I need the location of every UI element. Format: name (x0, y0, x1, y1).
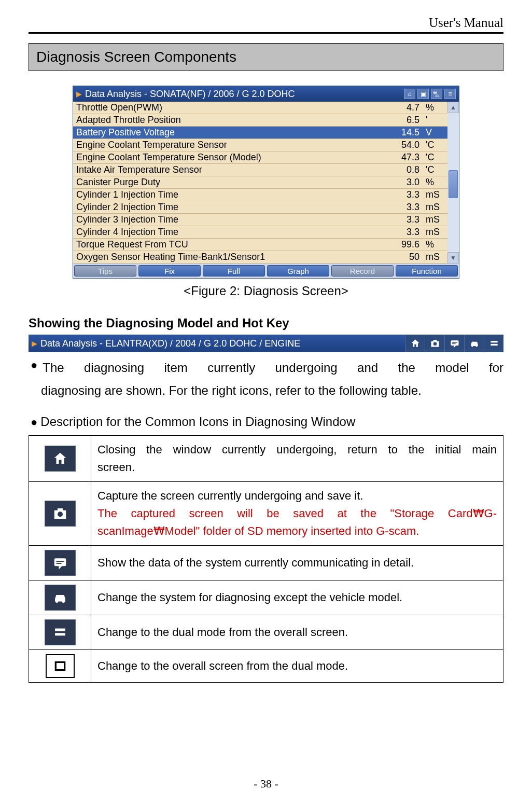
hotkey-chat-icon[interactable] (444, 335, 464, 352)
hotkey-home-icon[interactable] (405, 335, 425, 352)
row-value: 3.3 (386, 214, 423, 226)
row-unit: ' (423, 114, 447, 126)
desc-line: Show the data of the system currently co… (97, 554, 497, 572)
bullet-dot-icon-2: ● (31, 414, 37, 430)
function-button[interactable]: Function (396, 265, 458, 276)
row-value: 6.5 (386, 114, 423, 126)
svg-point-16 (55, 600, 58, 603)
row-label: Battery Positive Voltage (73, 127, 386, 139)
svg-rect-20 (55, 662, 64, 670)
data-row[interactable]: Torque Request From TCU99.6% (73, 239, 447, 251)
svg-rect-1 (433, 340, 437, 341)
data-row[interactable]: Cylinder 3 Injection Time3.3mS (73, 214, 447, 226)
scroll-up-icon[interactable]: ▲ (447, 102, 459, 113)
scroll-track[interactable] (447, 113, 459, 252)
scroll-thumb[interactable] (449, 170, 458, 198)
scroll-down-icon[interactable]: ▼ (447, 252, 459, 264)
row-unit: 'C (423, 139, 447, 151)
row-unit: 'C (423, 151, 447, 163)
row-unit: V (423, 127, 447, 139)
chat-icon (45, 550, 76, 576)
row-unit: mS (423, 226, 447, 238)
hotkey-camera-icon[interactable] (425, 335, 444, 352)
bullet-1-text: The diagnosing item currently undergoing… (43, 357, 503, 378)
row-value: 3.3 (386, 226, 423, 238)
desc-line: The captured screen will be saved at the… (97, 505, 497, 522)
bullet-1: ● The diagnosing item currently undergoi… (29, 357, 503, 378)
hotkey-car-icon[interactable] (464, 335, 484, 352)
icon-table-row: Show the data of the system currently co… (29, 546, 503, 580)
triangle-icon: ▶ (76, 90, 82, 98)
triangle-icon-2: ▶ (32, 339, 37, 348)
icon-description: Closing the window currently undergoing,… (91, 436, 503, 482)
desc-line: Change to the dual mode from the overall… (97, 624, 497, 641)
row-value: 99.6 (386, 239, 423, 251)
button-row: TipsFixFullGraphRecordFunction (73, 264, 459, 278)
record-button[interactable]: Record (331, 265, 394, 276)
svg-point-6 (471, 345, 473, 347)
icon-description: Show the data of the system currently co… (91, 546, 503, 580)
row-unit: mS (423, 189, 447, 201)
svg-rect-15 (56, 563, 61, 564)
section-title: Diagnosis Screen Components (29, 43, 503, 71)
icon-cell (29, 650, 91, 683)
row-unit: mS (423, 214, 447, 226)
fix-button[interactable]: Fix (138, 265, 201, 276)
data-row[interactable]: Cylinder 4 Injection Time3.3mS (73, 226, 447, 239)
data-row[interactable]: Cylinder 1 Injection Time3.3mS (73, 189, 447, 201)
diagnosis-panel: ▶ Data Analysis - SONATA(NF) / 2006 / G … (73, 86, 459, 279)
tb-dual-icon[interactable]: ≡ (444, 89, 456, 99)
row-unit: 'C (423, 164, 447, 176)
data-row[interactable]: Cylinder 2 Injection Time3.3mS (73, 201, 447, 214)
bullet-1-cont: diagnosing are shown. For the right icon… (29, 380, 503, 401)
row-value: 54.0 (386, 139, 423, 151)
hotkey-title: ▶ Data Analysis - ELANTRA(XD) / 2004 / G… (29, 335, 405, 352)
subheading-hotkey: Showing the Diagnosing Model and Hot Key (29, 316, 503, 330)
titlebar-icons: ⌂ ▣ ⛍ ≡ (404, 89, 456, 99)
row-value: 0.8 (386, 164, 423, 176)
tips-button[interactable]: Tips (74, 265, 136, 276)
diagnosis-titlebar: ▶ Data Analysis - SONATA(NF) / 2006 / G … (73, 86, 459, 102)
icon-table-row: Change to the overall screen from the du… (29, 650, 503, 683)
graph-button[interactable]: Graph (267, 265, 329, 276)
svg-point-12 (58, 511, 63, 517)
row-label: Canister Purge Duty (73, 176, 386, 188)
icon-table-row: Capture the screen currently undergoing … (29, 482, 503, 546)
tb-home-icon[interactable]: ⌂ (404, 89, 415, 99)
scrollbar[interactable]: ▲ ▼ (447, 102, 459, 264)
icon-cell (29, 482, 91, 546)
row-label: Adapted Throttle Position (73, 114, 386, 126)
hotkey-title-text: Data Analysis - ELANTRA(XD) / 2004 / G 2… (40, 338, 300, 349)
row-value: 14.5 (386, 127, 423, 139)
data-row[interactable]: Intake Air Temperature Sensor0.8'C (73, 164, 447, 176)
data-row[interactable]: Engine Coolant Temperature Sensor (Model… (73, 151, 447, 164)
diagnosis-title-text: Data Analysis - SONATA(NF) / 2006 / G 2.… (85, 89, 404, 100)
row-value: 47.3 (386, 151, 423, 163)
data-row[interactable]: Battery Positive Voltage14.5V (73, 127, 447, 139)
desc-line: scanImage₩Model" folder of SD memory ins… (97, 522, 497, 540)
row-label: Cylinder 1 Injection Time (73, 189, 386, 201)
data-row[interactable]: Engine Coolant Temperature Sensor54.0'C (73, 139, 447, 151)
hotkey-dual-icon[interactable] (484, 335, 503, 352)
tb-camera-icon[interactable]: ▣ (417, 89, 429, 99)
svg-point-7 (475, 345, 477, 347)
data-row[interactable]: Oxygen Sensor Heating Time-Bank1/Sensor1… (73, 251, 447, 264)
svg-point-17 (62, 600, 64, 603)
svg-rect-11 (58, 508, 63, 511)
data-row[interactable]: Adapted Throttle Position6.5' (73, 114, 447, 127)
full-button[interactable]: Full (203, 265, 265, 276)
row-unit: % (423, 239, 447, 251)
svg-rect-4 (452, 342, 457, 343)
row-value: 3.0 (386, 176, 423, 188)
home-icon (45, 446, 76, 472)
car-icon (45, 585, 76, 611)
row-value: 4.7 (386, 102, 423, 114)
data-row[interactable]: Canister Purge Duty3.0% (73, 176, 447, 189)
dual-icon (45, 619, 76, 645)
tb-car-icon[interactable]: ⛍ (431, 89, 442, 99)
row-label: Cylinder 2 Injection Time (73, 201, 386, 213)
icon-cell (29, 615, 91, 650)
row-unit: mS (423, 201, 447, 213)
data-row[interactable]: Throttle Open(PWM)4.7% (73, 102, 447, 114)
svg-rect-3 (451, 340, 458, 345)
